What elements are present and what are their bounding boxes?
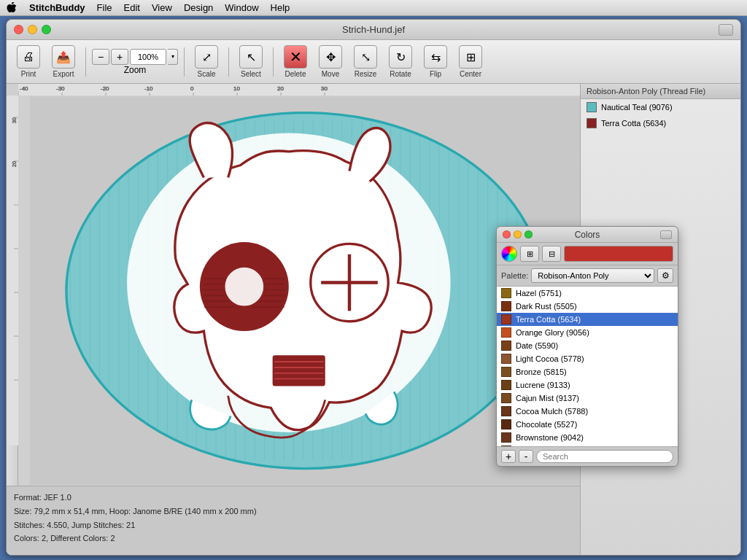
- thread-color-swatch: [587, 102, 597, 112]
- color-list-swatch: [501, 301, 511, 311]
- svg-rect-93: [273, 355, 325, 386]
- toolbar: 🖨 Print 📤 Export − + ▾ Zoom ⤢ Scale: [7, 40, 740, 84]
- svg-text:-30: -30: [56, 85, 65, 92]
- svg-text:10: 10: [233, 85, 240, 92]
- color-list-swatch: [501, 314, 511, 324]
- thread-list-item[interactable]: Nautical Teal (9076): [581, 99, 740, 115]
- colors-close-button[interactable]: [503, 230, 511, 238]
- format-info: Format: JEF 1.0: [14, 491, 573, 505]
- menu-design[interactable]: Design: [178, 2, 219, 13]
- thread-panel-title: Robison-Anton Poly (Thread File): [581, 84, 740, 99]
- menu-file[interactable]: File: [91, 2, 118, 13]
- colors-title-bar: Colors: [497, 227, 678, 243]
- color-list-swatch: [501, 406, 511, 416]
- zoom-reset-button[interactable]: +: [111, 49, 128, 65]
- canvas-with-ruler: 30 20: [7, 96, 580, 486]
- color-list-item[interactable]: Terra Cotta (5634): [497, 313, 678, 326]
- search-input[interactable]: [536, 450, 673, 463]
- zoom-group: − + ▾ Zoom: [92, 49, 178, 75]
- color-list-item[interactable]: Cocoa Mulch (5788): [497, 405, 678, 418]
- print-button[interactable]: 🖨 Print: [12, 44, 44, 79]
- stitches-info: Stitches: 4.550, Jump Stitches: 21: [14, 518, 573, 532]
- zoom-input[interactable]: [130, 49, 166, 65]
- colors-list[interactable]: Hazel (5751)Dark Rust (5505)Terra Cotta …: [497, 287, 678, 447]
- colors-maximize-button[interactable]: [525, 230, 533, 238]
- menu-stitchbuddy[interactable]: StitchBuddy: [23, 2, 91, 13]
- color-grid-btn-2[interactable]: ⊟: [542, 246, 561, 262]
- colors-toolbar: ⊞ ⊟: [497, 243, 678, 265]
- status-bar: Format: JEF 1.0 Size: 79,2 mm x 51,4 mm,…: [7, 486, 580, 555]
- color-list-swatch: [501, 432, 511, 443]
- color-list-swatch: [501, 354, 511, 364]
- zoom-dropdown[interactable]: ▾: [168, 49, 178, 65]
- color-search-box: [564, 246, 673, 262]
- move-button[interactable]: ✥ Move: [314, 44, 347, 79]
- delete-button[interactable]: ✕ Delete: [279, 44, 311, 79]
- color-list-item[interactable]: Cajun Mist (9137): [497, 392, 678, 405]
- svg-text:0: 0: [190, 85, 194, 92]
- color-list-swatch: [501, 327, 511, 338]
- resize-button[interactable]: ⤡ Resize: [349, 44, 382, 79]
- color-list-swatch: [501, 288, 511, 298]
- zoom-out-button[interactable]: −: [92, 49, 109, 65]
- window-controls: [14, 25, 51, 34]
- thread-list-item[interactable]: Terra Cotta (5634): [581, 115, 740, 131]
- color-list-item[interactable]: Orange Glory (9056): [497, 326, 678, 339]
- apple-logo: [6, 2, 18, 14]
- separator-2: [184, 47, 185, 77]
- palette-select[interactable]: Robison-Anton Poly: [531, 268, 654, 283]
- separator-3: [228, 47, 229, 77]
- color-list-item[interactable]: Lucrene (9133): [497, 378, 678, 392]
- color-list-item[interactable]: Brownstone (9042): [497, 431, 678, 444]
- color-list-swatch: [501, 419, 511, 429]
- svg-text:-20: -20: [101, 85, 109, 92]
- colors-minimize-button[interactable]: [514, 230, 522, 238]
- close-button[interactable]: [14, 25, 23, 34]
- center-button[interactable]: ⊞ Center: [454, 44, 487, 79]
- gear-button[interactable]: ⚙: [657, 268, 673, 283]
- color-wheel-icon[interactable]: [501, 246, 517, 262]
- maximize-button[interactable]: [42, 25, 51, 34]
- colors-title-right[interactable]: [660, 230, 672, 239]
- add-color-button[interactable]: +: [501, 450, 516, 463]
- flip-button[interactable]: ⇆ Flip: [419, 44, 452, 79]
- svg-rect-17: [7, 96, 18, 446]
- color-list-item[interactable]: Bronze (5815): [497, 365, 678, 378]
- colors-info: Colors: 2, Different Colors: 2: [14, 532, 573, 545]
- menu-edit[interactable]: Edit: [118, 2, 146, 13]
- svg-text:30: 30: [12, 117, 17, 123]
- minimize-button[interactable]: [28, 25, 37, 34]
- separator-1: [85, 47, 86, 77]
- colors-panel: Colors ⊞ ⊟ Palette: Robison-Anton Poly ⚙…: [496, 226, 678, 467]
- color-list-item[interactable]: Hazel (5751): [497, 287, 678, 300]
- ruler-horizontal: -40 -30 -20 -10 0 10 20 3: [18, 84, 580, 96]
- select-button[interactable]: ↖ Select: [235, 44, 267, 79]
- thread-color-swatch: [587, 118, 597, 128]
- color-list-item[interactable]: Chocolate (5527): [497, 418, 678, 431]
- color-list-swatch: [501, 367, 511, 377]
- svg-text:20: 20: [277, 85, 284, 92]
- rotate-button[interactable]: ↻ Rotate: [384, 44, 417, 79]
- export-button[interactable]: 📤 Export: [47, 44, 80, 79]
- palette-row: Palette: Robison-Anton Poly ⚙: [497, 265, 678, 287]
- svg-text:30: 30: [321, 85, 328, 92]
- colors-footer: + -: [497, 447, 678, 466]
- color-list-item[interactable]: Dark Rust (5505): [497, 300, 678, 313]
- colors-window-controls: [503, 230, 533, 238]
- window-title: Strich-Hund.jef: [342, 24, 405, 35]
- color-grid-btn-1[interactable]: ⊞: [520, 246, 539, 262]
- menu-window[interactable]: Window: [219, 2, 264, 13]
- color-list-item[interactable]: Date (5590): [497, 339, 678, 352]
- remove-color-button[interactable]: -: [519, 450, 533, 463]
- svg-text:-40: -40: [20, 85, 28, 92]
- color-list-swatch: [501, 393, 511, 403]
- svg-text:-10: -10: [144, 85, 153, 92]
- menu-help[interactable]: Help: [265, 2, 296, 13]
- menu-view[interactable]: View: [146, 2, 178, 13]
- colors-panel-title: Colors: [575, 230, 600, 240]
- color-list-item[interactable]: Light Cocoa (5778): [497, 352, 678, 365]
- menu-bar: StitchBuddy File Edit View Design Window…: [0, 0, 747, 16]
- title-right-button[interactable]: [719, 24, 733, 36]
- scale-button[interactable]: ⤢ Scale: [190, 44, 222, 79]
- svg-text:20: 20: [12, 161, 17, 167]
